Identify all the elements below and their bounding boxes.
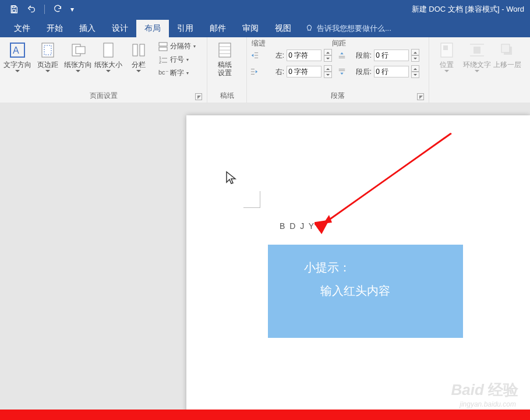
svg-rect-33 [474, 47, 480, 54]
indent-right-down[interactable] [324, 72, 332, 78]
svg-rect-1 [12, 10, 15, 12]
indent-right-field: 右: [250, 65, 332, 78]
document-workspace[interactable]: B D J Y 小提示： 输入红头内容 Baid 经验 jingyan.baid… [0, 103, 530, 420]
group-arrange: 位置 环绕文字 上移一层 [429, 37, 530, 103]
tab-layout[interactable]: 布局 [136, 20, 169, 37]
svg-text:2: 2 [159, 60, 161, 64]
page-setup-dialog-launcher[interactable] [195, 93, 202, 100]
document-page[interactable]: B D J Y 小提示： 输入红头内容 Baid 经验 jingyan.baid… [186, 115, 530, 420]
spacing-after-field: 段后: [338, 65, 419, 78]
svg-rect-7 [76, 47, 85, 54]
svg-rect-11 [159, 43, 167, 46]
watermark-url: jingyan.baidu.com [460, 400, 516, 408]
svg-rect-9 [133, 44, 137, 56]
manuscript-icon [215, 41, 234, 59]
redo-icon[interactable] [53, 5, 62, 14]
spacing-after-up[interactable] [411, 65, 419, 72]
title-bar: ▾ 新建 DOC 文档 [兼容模式] - Word [0, 0, 530, 19]
qat-separator [44, 5, 45, 14]
indent-left-label: 左: [261, 51, 284, 61]
svg-rect-10 [140, 44, 144, 56]
indent-right-label: 右: [261, 67, 284, 77]
tab-design[interactable]: 设计 [104, 20, 136, 37]
spacing-before-label: 段前: [348, 51, 372, 61]
paragraph-dialog-launcher[interactable] [417, 93, 424, 100]
svg-text:A: A [13, 45, 19, 55]
columns-icon [129, 41, 148, 59]
quick-access-toolbar: ▾ [0, 5, 74, 14]
group-manuscript: 稿纸设置 稿纸 [207, 37, 247, 103]
spacing-after-down[interactable] [411, 72, 419, 78]
spacing-after-icon [338, 68, 346, 76]
columns-button[interactable]: 分栏 [125, 40, 153, 75]
margins-label: 页边距 [37, 61, 58, 69]
hyphenation-button[interactable]: bc⁻断字▾ [157, 68, 197, 79]
tip-body: 输入红头内容 [320, 283, 390, 299]
line-numbers-button[interactable]: 12行号▾ [157, 54, 197, 65]
spacing-header: 间距 [332, 39, 346, 47]
tell-me-search[interactable]: 告诉我您想要做什么... [299, 20, 397, 37]
lightbulb-icon [305, 24, 313, 33]
bring-forward-button: 上移一层 [493, 40, 521, 69]
hyphenation-label: 断字 [170, 68, 184, 78]
manuscript-group-label: 稿纸 [211, 90, 243, 101]
manuscript-label1: 稿纸 [218, 61, 232, 69]
orientation-label: 纸张方向 [64, 61, 92, 69]
svg-rect-8 [104, 43, 113, 57]
indent-left-down[interactable] [324, 55, 332, 62]
spacing-before-up[interactable] [411, 49, 419, 55]
tab-home[interactable]: 开始 [38, 20, 71, 37]
wrap-icon [468, 41, 486, 59]
save-icon[interactable] [9, 5, 19, 14]
tab-insert[interactable]: 插入 [71, 20, 104, 37]
indent-left-up[interactable] [324, 49, 332, 55]
tab-file[interactable]: 文件 [6, 20, 38, 37]
annotation-arrow [315, 130, 460, 235]
wrap-label: 环绕文字 [463, 61, 491, 69]
size-label: 纸张大小 [94, 61, 122, 69]
tab-review[interactable]: 审阅 [234, 20, 267, 37]
window-title: 新建 DOC 文档 [兼容模式] - Word [412, 0, 524, 19]
orientation-icon [69, 41, 87, 59]
tab-mailings[interactable]: 邮件 [202, 20, 234, 37]
bring-forward-label: 上移一层 [493, 61, 521, 69]
text-direction-button[interactable]: A 文字方向 [3, 40, 31, 75]
spacing-before-down[interactable] [411, 55, 419, 62]
indent-right-icon [250, 68, 259, 76]
tab-view[interactable]: 视图 [267, 20, 299, 37]
svg-rect-32 [443, 45, 448, 50]
columns-label: 分栏 [132, 61, 146, 69]
indent-right-input[interactable] [287, 66, 321, 77]
svg-line-39 [323, 133, 451, 224]
ribbon: A 文字方向 页边距 纸张方向 纸张大小 分栏 分隔符▾ 12行号▾ [0, 37, 530, 103]
tab-references[interactable]: 引用 [169, 20, 202, 37]
document-text[interactable]: B D J Y [280, 221, 320, 231]
paragraph-group-label: 段落 [250, 90, 425, 101]
indent-right-up[interactable] [324, 65, 332, 72]
group-paragraph: 缩进间距 左: 段前: 右: [247, 37, 429, 103]
margins-button[interactable]: 页边距 [34, 40, 62, 75]
orientation-button[interactable]: 纸张方向 [64, 40, 92, 75]
wrap-button: 环绕文字 [463, 40, 491, 75]
qat-customize-icon[interactable]: ▾ [70, 5, 74, 13]
spacing-before-input[interactable] [374, 50, 409, 61]
undo-icon[interactable] [27, 5, 36, 14]
bottom-red-bar [0, 410, 530, 420]
tip-title: 小提示： [304, 260, 351, 276]
position-icon [437, 41, 456, 59]
indent-left-field: 左: [250, 49, 332, 62]
indent-left-input[interactable] [287, 50, 321, 61]
ribbon-tabs: 文件 开始 插入 设计 布局 引用 邮件 审阅 视图 告诉我您想要做什么... [0, 19, 530, 37]
text-direction-icon: A [8, 41, 27, 59]
manuscript-button[interactable]: 稿纸设置 [211, 40, 239, 77]
spacing-after-input[interactable] [374, 66, 409, 77]
svg-rect-0 [12, 6, 15, 8]
group-page-setup: A 文字方向 页边距 纸张方向 纸张大小 分栏 分隔符▾ 12行号▾ [0, 37, 207, 103]
breaks-icon [158, 42, 168, 51]
breaks-button[interactable]: 分隔符▾ [157, 41, 197, 52]
breaks-label: 分隔符 [170, 41, 191, 51]
size-button[interactable]: 纸张大小 [94, 40, 122, 75]
tell-me-label: 告诉我您想要做什么... [317, 23, 391, 34]
margin-corner-mark [243, 191, 260, 208]
indent-header: 缩进 [252, 39, 266, 47]
